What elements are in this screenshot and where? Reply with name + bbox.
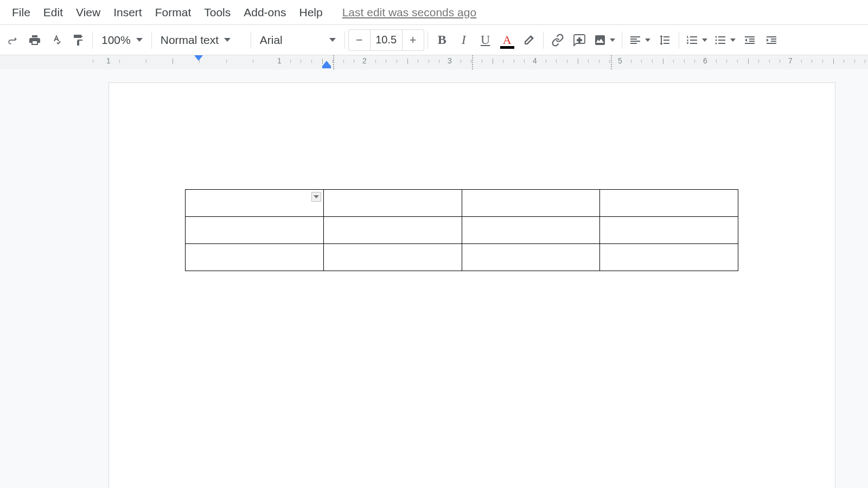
ruler-tick bbox=[556, 60, 557, 63]
line-spacing-button[interactable] bbox=[654, 29, 675, 51]
menu-file[interactable]: File bbox=[5, 4, 37, 21]
menu-format[interactable]: Format bbox=[149, 4, 198, 21]
font-size-decrease-button[interactable]: − bbox=[348, 29, 370, 51]
ruler-tick bbox=[418, 60, 418, 63]
ruler-tick bbox=[397, 60, 397, 63]
text-color-button[interactable]: A bbox=[496, 29, 518, 51]
ruler-tick bbox=[641, 60, 642, 63]
ruler-tick bbox=[514, 60, 514, 63]
comment-plus-icon bbox=[573, 34, 586, 47]
menu-view[interactable]: View bbox=[69, 4, 107, 21]
document-table[interactable] bbox=[185, 189, 738, 271]
document-page[interactable] bbox=[108, 82, 835, 488]
ruler-tick bbox=[482, 60, 482, 63]
numbered-list-button[interactable] bbox=[682, 29, 711, 51]
redo-icon bbox=[7, 34, 20, 47]
ruler-number: 1 bbox=[277, 56, 282, 65]
chevron-down-icon bbox=[702, 38, 707, 42]
indent-increase-icon bbox=[765, 34, 778, 47]
ruler-tick bbox=[716, 60, 717, 63]
ruler-tick bbox=[822, 60, 823, 63]
zoom-dropdown[interactable]: 100% bbox=[96, 29, 148, 51]
ruler-tick bbox=[663, 59, 663, 64]
ruler-tick bbox=[673, 60, 674, 63]
column-guide bbox=[472, 55, 473, 69]
indent-decrease-icon bbox=[743, 34, 756, 47]
ruler-tick bbox=[865, 60, 865, 63]
ruler-tick bbox=[758, 60, 759, 63]
menu-tools[interactable]: Tools bbox=[197, 4, 237, 21]
table-row[interactable] bbox=[186, 190, 738, 217]
ruler-tick bbox=[226, 60, 227, 63]
ruler-tick bbox=[354, 60, 354, 63]
chevron-down-icon bbox=[329, 38, 336, 42]
chevron-down-icon bbox=[610, 38, 615, 42]
separator bbox=[151, 31, 152, 49]
redo-button[interactable] bbox=[2, 29, 24, 51]
ruler-tick bbox=[780, 60, 780, 63]
ruler-number: 4 bbox=[533, 56, 537, 65]
italic-button[interactable]: I bbox=[453, 29, 475, 51]
ruler-tick bbox=[375, 60, 376, 63]
cell-options-button[interactable] bbox=[311, 192, 321, 202]
ruler[interactable]: 11234567 bbox=[0, 55, 868, 69]
column-guide bbox=[611, 55, 612, 69]
paragraph-style-dropdown[interactable]: Normal text bbox=[155, 29, 247, 51]
insert-image-button[interactable] bbox=[590, 29, 618, 51]
underline-button[interactable]: U bbox=[475, 29, 496, 51]
ruler-tick bbox=[301, 60, 301, 63]
bulleted-list-button[interactable] bbox=[711, 29, 739, 51]
print-button[interactable] bbox=[24, 29, 46, 51]
font-family-dropdown[interactable]: Arial bbox=[254, 29, 341, 51]
highlight-color-button[interactable] bbox=[518, 29, 540, 51]
menu-insert[interactable]: Insert bbox=[107, 4, 149, 21]
ruler-tick bbox=[493, 59, 493, 64]
ruler-tick bbox=[290, 60, 291, 63]
table-cell[interactable] bbox=[462, 244, 600, 271]
menu-help[interactable]: Help bbox=[292, 4, 329, 21]
decrease-indent-button[interactable] bbox=[739, 29, 761, 51]
toolbar: 100% Normal text Arial − + B I U A bbox=[0, 25, 868, 55]
menu-addons[interactable]: Add-ons bbox=[237, 4, 292, 21]
italic-icon: I bbox=[462, 33, 466, 47]
highlighter-icon bbox=[522, 34, 535, 47]
add-comment-button[interactable] bbox=[569, 29, 590, 51]
spellcheck-button[interactable] bbox=[46, 29, 67, 51]
ruler-tick bbox=[524, 60, 525, 63]
font-size-input[interactable] bbox=[370, 29, 403, 51]
insert-link-button[interactable] bbox=[547, 29, 569, 51]
left-indent-base[interactable] bbox=[322, 66, 331, 68]
align-button[interactable] bbox=[626, 29, 654, 51]
increase-indent-button[interactable] bbox=[761, 29, 782, 51]
table-cell[interactable] bbox=[186, 217, 324, 244]
table-cell[interactable] bbox=[462, 190, 600, 217]
table-cell[interactable] bbox=[186, 190, 324, 217]
line-spacing-icon bbox=[658, 34, 671, 47]
table-cell[interactable] bbox=[462, 217, 600, 244]
font-size-increase-button[interactable]: + bbox=[403, 29, 424, 51]
table-cell[interactable] bbox=[323, 217, 462, 244]
ruler-tick bbox=[386, 60, 386, 63]
paint-format-button[interactable] bbox=[67, 29, 89, 51]
table-cell[interactable] bbox=[323, 244, 462, 271]
bulleted-list-icon bbox=[714, 34, 727, 47]
text-color-swatch bbox=[500, 46, 514, 49]
table-cell[interactable] bbox=[600, 244, 738, 271]
bold-button[interactable]: B bbox=[431, 29, 453, 51]
spellcheck-icon bbox=[50, 34, 63, 47]
menu-edit[interactable]: Edit bbox=[37, 4, 69, 21]
last-edit-link[interactable]: Last edit was seconds ago bbox=[342, 6, 477, 19]
table-row[interactable] bbox=[186, 217, 738, 244]
ruler-tick bbox=[599, 60, 599, 63]
text-color-icon: A bbox=[503, 34, 512, 46]
chevron-down-icon bbox=[224, 38, 231, 42]
table-cell[interactable] bbox=[323, 190, 462, 217]
table-cell[interactable] bbox=[600, 217, 738, 244]
table-cell[interactable] bbox=[600, 190, 738, 217]
print-icon bbox=[28, 34, 41, 47]
paragraph-style-value: Normal text bbox=[161, 34, 219, 47]
table-cell[interactable] bbox=[186, 244, 324, 271]
table-row[interactable] bbox=[186, 244, 738, 271]
first-line-indent-marker[interactable] bbox=[194, 55, 203, 61]
separator bbox=[543, 31, 544, 49]
